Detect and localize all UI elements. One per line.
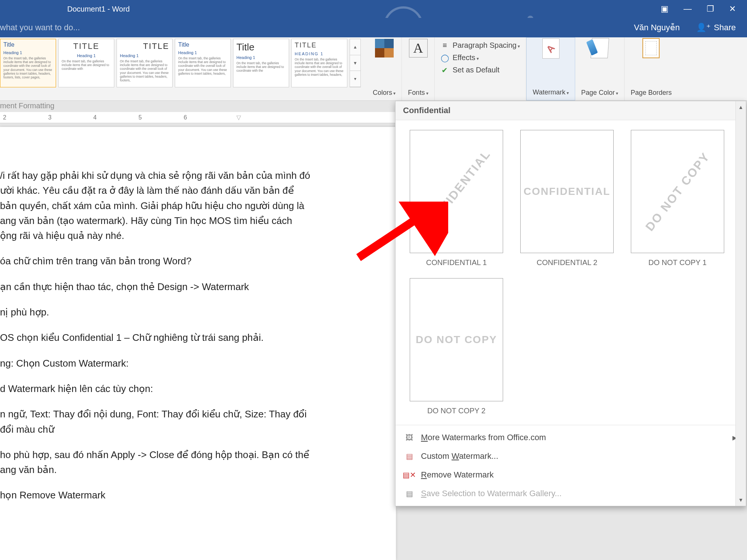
ribbon: Title Heading 1 On the Insert tab, the g… [0, 37, 747, 101]
check-icon: ✔ [441, 66, 449, 74]
remove-watermark-menu-item[interactable]: ▤✕ Remove Watermark [396, 466, 746, 484]
style-card-2[interactable]: TITLE Heading 1 On the Insert tab, the g… [58, 39, 114, 87]
body-paragraph: nị phù hợp. [0, 305, 396, 320]
title-bar: Document1 - Word ▣ ― ❐ ✕ [0, 0, 747, 18]
document-page[interactable]: /i rất hay gặp phải khi sử dụng và chia … [0, 127, 396, 560]
document-formatting-gallery: Title Heading 1 On the Insert tab, the g… [0, 37, 367, 100]
fonts-icon: A [409, 39, 428, 57]
scroll-up-icon[interactable]: ▲ [737, 103, 745, 111]
body-paragraph: ho phù hợp, sau đó nhấn Apply -> Close đ… [0, 447, 396, 477]
document-title: Document1 - Word [67, 5, 130, 13]
body-paragraph: OS chọn kiểu Confidential 1 – Chữ nghiên… [0, 330, 396, 345]
ruler-tab-stop-icon: ▽ [236, 114, 241, 121]
share-button[interactable]: 👤⁺ Share [696, 23, 736, 32]
body-paragraph: /i rất hay gặp phải khi sử dụng và chia … [0, 168, 396, 243]
more-watermarks-menu-item[interactable]: 🖼 More Watermarks from Office.com ▶ [396, 428, 746, 447]
ribbon-display-options-icon[interactable]: ▣ [661, 4, 669, 14]
restore-icon[interactable]: ❐ [707, 4, 714, 14]
close-icon[interactable]: ✕ [729, 4, 736, 14]
remove-icon: ▤✕ [405, 470, 414, 480]
body-paragraph: óa chữ chìm trên trang văn bản trong Wor… [0, 253, 396, 268]
watermark-gallery-panel: ▲ ▼ Confidential CONFIDENTIAL CONFIDENTI… [395, 101, 746, 506]
page-borders-icon [642, 39, 660, 57]
page-borders-button[interactable]: Page Borders [624, 37, 678, 100]
page-color-icon [591, 39, 609, 57]
watermark-option-do-not-copy-2[interactable]: DO NOT COPY DO NOT COPY 2 [407, 278, 506, 415]
paragraph-spacing-icon: ≡ [441, 41, 449, 50]
watermark-category-header: Confidential [396, 101, 746, 120]
body-paragraph: ạn cần thực hiện thao tác, chọn thẻ Desi… [0, 279, 396, 294]
ribbon-top-row: what you want to do... Văn Nguyễn 👤⁺ Sha… [0, 18, 747, 37]
watermark-option-confidential-2[interactable]: CONFIDENTIAL CONFIDENTIAL 2 [517, 130, 617, 267]
custom-watermark-menu-item[interactable]: ▤ Custom Watermark... [396, 447, 746, 466]
watermark-icon: A [542, 39, 560, 58]
gallery-down-icon[interactable]: ▼ [350, 55, 360, 71]
fonts-button[interactable]: A Fonts [402, 37, 434, 100]
page-color-button[interactable]: Page Color [575, 37, 624, 100]
style-card-4[interactable]: Title Heading 1 On the Insert tab, the g… [175, 39, 231, 87]
style-card-3[interactable]: TITLE Heading 1 On the Insert tab, the g… [117, 39, 173, 87]
style-card-5[interactable]: Title Heading 1 On the Insert tab, the g… [233, 39, 289, 87]
effects-button[interactable]: ◯ Effects [441, 53, 520, 62]
body-paragraph: n ngữ, Text: Thay đổi nội dung, Font: Th… [0, 407, 396, 437]
save-icon: ▤ [405, 489, 414, 498]
set-as-default-button[interactable]: ✔ Set as Default [441, 66, 520, 74]
office-icon: 🖼 [405, 433, 414, 442]
ruler[interactable]: 2 3 4 5 6 ▽ [0, 112, 396, 123]
gallery-group-label: ment Formatting [0, 102, 55, 110]
tell-me-input[interactable]: what you want to do... [0, 23, 80, 32]
minimize-icon[interactable]: ― [684, 4, 692, 14]
formatting-options-group: ≡ Paragraph Spacing ◯ Effects ✔ Set as D… [435, 37, 527, 100]
watermark-button[interactable]: A Watermark [526, 37, 575, 100]
page-icon: ▤ [405, 451, 414, 461]
watermark-option-confidential-1[interactable]: CONFIDENTIAL CONFIDENTIAL 1 [407, 130, 506, 267]
style-card-1[interactable]: Title Heading 1 On the Insert tab, the g… [0, 39, 56, 87]
watermark-menu: 🖼 More Watermarks from Office.com ▶ ▤ Cu… [396, 425, 746, 506]
body-paragraph: họn Remove Watermark [0, 488, 396, 503]
gallery-more-icon[interactable]: ▾ [350, 71, 360, 87]
paragraph-spacing-button[interactable]: ≡ Paragraph Spacing [441, 41, 520, 50]
body-paragraph: ng: Chọn Custom Watermark: [0, 356, 396, 371]
style-card-6[interactable]: TITLE HEADING 1 On the Insert tab, the g… [291, 39, 347, 87]
effects-icon: ◯ [441, 54, 449, 62]
watermark-option-do-not-copy-1[interactable]: DO NOT COPY DO NOT COPY 1 [628, 130, 727, 267]
body-paragraph: d Watermark hiện lên các tùy chọn: [0, 381, 396, 396]
user-name[interactable]: Văn Nguyễn [634, 23, 680, 32]
panel-scrollbar[interactable]: ▲ ▼ [735, 101, 746, 506]
gallery-scroll: ▲ ▼ ▾ [350, 39, 361, 87]
save-to-gallery-menu-item: ▤ Save Selection to Watermark Gallery... [396, 484, 746, 503]
colors-icon [375, 39, 394, 57]
colors-button[interactable]: Colors [367, 37, 402, 100]
scroll-down-icon[interactable]: ▼ [737, 496, 745, 504]
share-icon: 👤⁺ [696, 23, 711, 32]
gallery-up-icon[interactable]: ▲ [350, 39, 360, 55]
